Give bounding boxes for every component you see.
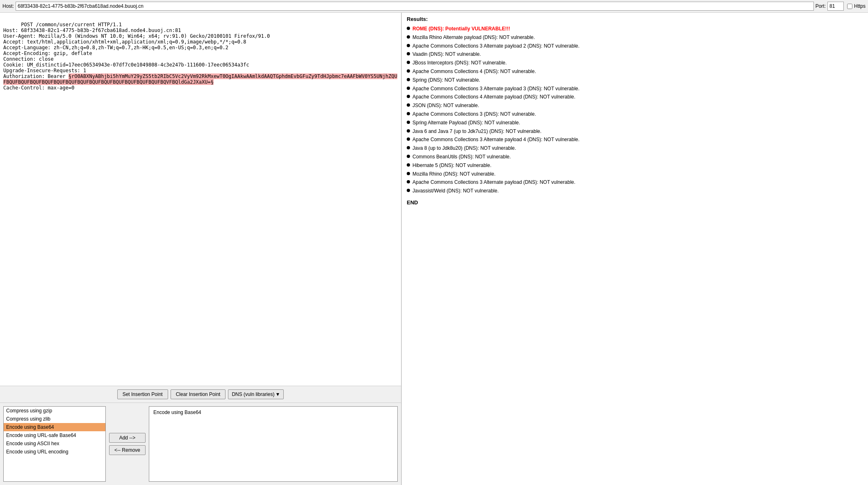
result-text: JSON (DNS): NOT vulnerable. bbox=[412, 102, 479, 109]
port-input[interactable] bbox=[827, 2, 844, 11]
request-line-7: Connection: close bbox=[3, 56, 54, 62]
result-text: Apache Commons Collections 3 Alternate p… bbox=[412, 43, 579, 50]
result-text: Apache Commons Collections 3 Alternate p… bbox=[412, 85, 579, 92]
result-bullet bbox=[407, 129, 410, 133]
result-text: Spring (DNS): NOT vulnerable. bbox=[412, 77, 480, 84]
result-item: JBoss Interceptors (DNS): NOT vulnerable… bbox=[407, 59, 863, 66]
result-item: Spring (DNS): NOT vulnerable. bbox=[407, 77, 863, 84]
list-item[interactable]: Compress using zlib bbox=[4, 415, 105, 423]
https-label: Https bbox=[854, 3, 866, 9]
list-box[interactable]: Compress using gzipCompress using zlibEn… bbox=[4, 407, 105, 481]
result-text: Apache Commons Collections 3 Alternate p… bbox=[412, 136, 579, 143]
result-bullet bbox=[407, 52, 410, 55]
result-bullet bbox=[407, 44, 410, 47]
request-line-end: Cache-Control: max-age=0 bbox=[3, 85, 74, 91]
result-item: Apache Commons Collections 4 Alternate p… bbox=[407, 94, 863, 101]
dns-dropdown-label: DNS (vuln libraries) bbox=[232, 391, 274, 397]
result-text: Mozilla Rhino Alternate payload (DNS): N… bbox=[412, 34, 535, 41]
result-bullet bbox=[407, 163, 410, 167]
result-bullet bbox=[407, 155, 410, 158]
request-line-6: Accept-Encoding: gzip, deflate bbox=[3, 50, 92, 56]
result-bullet bbox=[407, 95, 410, 98]
left-panel: POST /common/user/current HTTP/1.1 Host:… bbox=[0, 13, 402, 485]
result-bullet bbox=[407, 189, 410, 192]
result-bullet bbox=[407, 87, 410, 90]
list-panel: Compress using gzipCompress using zlibEn… bbox=[3, 406, 106, 482]
dns-dropdown-button[interactable]: DNS (vuln libraries) ▼ bbox=[228, 389, 284, 399]
clear-insertion-button[interactable]: Clear Insertion Point bbox=[171, 389, 226, 399]
results-list: ROME (DNS): Potentially VULNERABLE!!!Moz… bbox=[407, 25, 863, 194]
top-bar: Host: Port: Https bbox=[0, 0, 868, 13]
right-panel: Results: ROME (DNS): Potentially VULNERA… bbox=[402, 13, 868, 485]
button-bar: Set Insertion Point Clear Insertion Poin… bbox=[0, 386, 401, 403]
add-button[interactable]: Add --> bbox=[109, 433, 146, 443]
result-text: Mozilla Rhino (DNS): NOT vulnerable. bbox=[412, 171, 496, 178]
result-text: ROME (DNS): Potentially VULNERABLE!!! bbox=[412, 25, 510, 32]
result-bullet bbox=[407, 35, 410, 39]
auth-prefix: Authorization: Bearer bbox=[3, 73, 68, 79]
result-item: ROME (DNS): Potentially VULNERABLE!!! bbox=[407, 25, 863, 32]
list-item[interactable]: Encode using URL-safe Base64 bbox=[4, 431, 105, 439]
right-list-item[interactable]: Encode using Base64 bbox=[151, 408, 396, 416]
result-text: JBoss Interceptors (DNS): NOT vulnerable… bbox=[412, 59, 507, 66]
request-line-3: User-Agent: Mozilla/5.0 (Windows NT 10.0… bbox=[3, 33, 270, 39]
host-label: Host: bbox=[2, 3, 14, 9]
request-area[interactable]: POST /common/user/current HTTP/1.1 Host:… bbox=[0, 13, 401, 386]
result-bullet bbox=[407, 78, 410, 81]
result-text: Spring Alternate Payload (DNS): NOT vuln… bbox=[412, 119, 520, 126]
result-item: Hibernate 5 (DNS): NOT vulnerable. bbox=[407, 162, 863, 169]
result-item: Mozilla Rhino Alternate payload (DNS): N… bbox=[407, 34, 863, 41]
result-item: Java 6 and Java 7 (up to Jdk7u21) (DNS):… bbox=[407, 128, 863, 135]
arrow-panel: Add --> <-- Remove bbox=[109, 406, 146, 482]
request-line-4: Accept: text/html,application/xhtml+xml,… bbox=[3, 39, 246, 45]
result-text: Commons BeanUtils (DNS): NOT vulnerable. bbox=[412, 153, 511, 160]
host-input[interactable] bbox=[16, 2, 814, 11]
result-bullet bbox=[407, 172, 410, 175]
result-bullet bbox=[407, 69, 410, 73]
result-item: JSON (DNS): NOT vulnerable. bbox=[407, 102, 863, 109]
result-text: Apache Commons Collections 4 Alternate p… bbox=[412, 94, 575, 101]
result-item: Vaadin (DNS): NOT vulnerable. bbox=[407, 51, 863, 58]
request-line-5: Accept-Language: zh-CN,zh;q=0.8,zh-TW;q=… bbox=[3, 45, 228, 50]
result-item: Apache Commons Collections 3 Alternate p… bbox=[407, 85, 863, 92]
result-item: Apache Commons Collections 3 Alternate p… bbox=[407, 136, 863, 143]
result-bullet bbox=[407, 137, 410, 141]
port-label: Port: bbox=[816, 3, 826, 9]
result-bullet bbox=[407, 146, 410, 149]
right-list-panel[interactable]: Encode using Base64 bbox=[149, 406, 398, 482]
https-checkbox[interactable] bbox=[847, 4, 852, 9]
list-item[interactable]: Encode using ASCII hex bbox=[4, 439, 105, 448]
list-item[interactable]: Compress using gzip bbox=[4, 407, 105, 415]
result-text: Java 6 and Java 7 (up to Jdk7u21) (DNS):… bbox=[412, 128, 542, 135]
remove-button[interactable]: <-- Remove bbox=[109, 445, 146, 455]
result-item: Apache Commons Collections 3 (DNS): NOT … bbox=[407, 111, 863, 118]
list-item[interactable]: Encode using URL encoding bbox=[4, 448, 105, 456]
request-line-1: POST /common/user/current HTTP/1.1 bbox=[21, 22, 122, 27]
request-line-8: Cookie: UM_distinctid=17eec06534943e-07d… bbox=[3, 62, 249, 68]
result-text: Java 8 (up to Jdk8u20) (DNS): NOT vulner… bbox=[412, 145, 516, 152]
result-text: Vaadin (DNS): NOT vulnerable. bbox=[412, 51, 481, 58]
chevron-down-icon: ▼ bbox=[275, 391, 280, 397]
result-item: Commons BeanUtils (DNS): NOT vulnerable. bbox=[407, 153, 863, 160]
result-bullet bbox=[407, 103, 410, 107]
result-bullet bbox=[407, 27, 410, 30]
result-text: Apache Commons Collections 4 (DNS): NOT … bbox=[412, 68, 536, 75]
main-area: POST /common/user/current HTTP/1.1 Host:… bbox=[0, 13, 868, 485]
result-bullet bbox=[407, 112, 410, 115]
result-item: Apache Commons Collections 3 Alternate p… bbox=[407, 179, 863, 186]
results-title: Results: bbox=[407, 16, 863, 22]
result-bullet bbox=[407, 180, 410, 183]
result-item: Spring Alternate Payload (DNS): NOT vuln… bbox=[407, 119, 863, 126]
result-bullet bbox=[407, 121, 410, 124]
result-item: Java 8 (up to Jdk8u20) (DNS): NOT vulner… bbox=[407, 145, 863, 152]
bottom-area: Compress using gzipCompress using zlibEn… bbox=[0, 403, 401, 485]
result-text: Apache Commons Collections 3 (DNS): NOT … bbox=[412, 111, 536, 118]
result-text: Apache Commons Collections 3 Alternate p… bbox=[412, 179, 575, 186]
result-text: Javassist/Weld (DNS): NOT vulnerable. bbox=[412, 188, 499, 194]
result-bullet bbox=[407, 61, 410, 64]
end-text: END bbox=[407, 199, 863, 206]
list-item[interactable]: Encode using Base64 bbox=[4, 423, 105, 431]
set-insertion-button[interactable]: Set Insertion Point bbox=[117, 389, 168, 399]
result-item: Apache Commons Collections 4 (DNS): NOT … bbox=[407, 68, 863, 75]
request-line-9: Upgrade-Insecure-Requests: 1 bbox=[3, 68, 86, 73]
